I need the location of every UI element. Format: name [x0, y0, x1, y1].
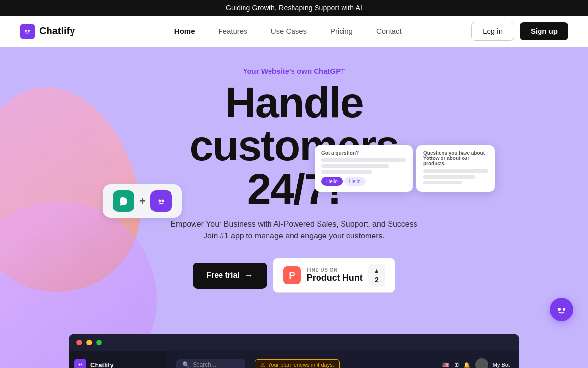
chat-line [423, 175, 475, 179]
chat-card-2: Questions you have about Yottow or about… [416, 145, 495, 192]
chat-line [423, 169, 488, 173]
svg-point-7 [558, 308, 561, 311]
chat-line [321, 164, 389, 168]
logo-icon [20, 24, 35, 39]
hero-description: Empower Your Business with AI-Powered Sa… [171, 218, 417, 242]
svg-point-4 [161, 200, 164, 202]
svg-point-6 [81, 364, 82, 365]
chat-bubble-2[interactable]: Hello [344, 177, 366, 186]
dashboard-right: 🇺🇸 ⊞ 🔔 My Bot [442, 358, 510, 368]
notice-text: Your plan renews in 4 days. [268, 362, 334, 368]
nav-actions: Log in Sign up [471, 22, 568, 41]
dashboard-titlebar [69, 334, 519, 351]
product-hunt-logo: P [283, 266, 301, 284]
hero-subtitle: Your Website's own ChatGPT [171, 67, 417, 75]
logo[interactable]: Chatlify [20, 24, 75, 39]
chat-line [321, 158, 406, 162]
bell-icon: 🔔 [464, 362, 470, 368]
dashboard-sidebar: Chatlify [69, 351, 167, 368]
nav-pricing[interactable]: Pricing [330, 27, 353, 35]
integration-pill: + [103, 184, 182, 218]
bot-name: My Bot [493, 362, 510, 368]
dashboard-notice: ⚠ Your plan renews in 4 days. [255, 359, 340, 368]
login-button[interactable]: Log in [471, 22, 514, 41]
flag-icon: 🇺🇸 [442, 362, 449, 368]
warning-icon: ⚠ [260, 362, 265, 368]
search-icon: 🔍 [182, 361, 190, 368]
chat-card-header: Got a question? [321, 150, 406, 156]
ph-upvote[interactable]: ▲ 2 [368, 264, 385, 287]
dashboard-body: Chatlify 🔍 Search... ⚠ Your plan renews … [69, 351, 519, 368]
dashboard-preview: Chatlify 🔍 Search... ⚠ Your plan renews … [69, 334, 519, 368]
nav-home[interactable]: Home [174, 27, 195, 35]
dashboard-brand: Chatlify [90, 361, 114, 368]
svg-point-8 [563, 308, 565, 311]
free-trial-button[interactable]: Free trial → [193, 263, 267, 289]
nav-use-cases[interactable]: Use Cases [271, 27, 307, 35]
search-placeholder: Search... [193, 361, 216, 368]
signup-button[interactable]: Sign up [520, 22, 568, 40]
ph-count: 2 [375, 276, 379, 284]
plus-sign: + [139, 195, 146, 208]
hero-desc-line1: Empower Your Business with AI-Powered Sa… [171, 220, 417, 228]
banner-text: Guiding Growth, Reshaping Support with A… [226, 4, 362, 12]
window-maximize-dot [96, 340, 102, 345]
svg-point-3 [158, 200, 161, 202]
navigation: Chatlify Home Features Use Cases Pricing… [0, 16, 588, 47]
logo-text: Chatlify [39, 26, 75, 37]
svg-point-1 [25, 30, 27, 32]
hero-section: + Got a question? Hello Hello Questions … [0, 47, 588, 368]
dashboard-logo [74, 359, 86, 368]
chat-buttons: Hello Hello [321, 177, 406, 186]
chat-line [423, 181, 462, 184]
ph-name: Product Hunt [307, 273, 363, 283]
cta-row: Free trial → P FIND US ON Product Hunt ▲… [171, 258, 417, 293]
chat-bubble-1[interactable]: Hello [321, 177, 343, 186]
svg-point-0 [23, 27, 32, 36]
chat-preview: Got a question? Hello Hello Questions yo… [315, 145, 495, 192]
announcement-banner: Guiding Growth, Reshaping Support with A… [0, 0, 588, 16]
hero-desc-line2: Join #1 app to manage and engage your cu… [203, 232, 385, 240]
chat-card-1: Got a question? Hello Hello [315, 145, 413, 192]
dashboard-search[interactable]: 🔍 Search... [176, 359, 245, 368]
nav-contact[interactable]: Contact [376, 27, 402, 35]
dashboard-main: 🔍 Search... ⚠ Your plan renews in 4 days… [167, 351, 519, 368]
chatgpt-icon [113, 190, 134, 212]
chatlify-icon [150, 190, 172, 212]
chat-card2-header: Questions you have about Yottow or about… [423, 150, 488, 166]
grid-icon: ⊞ [454, 362, 459, 368]
product-hunt-button[interactable]: P FIND US ON Product Hunt ▲ 2 [273, 258, 395, 293]
nav-features[interactable]: Features [219, 27, 247, 35]
free-trial-label: Free trial [206, 271, 240, 280]
floating-chat-widget[interactable] [550, 298, 573, 321]
hero-title-line1: Handle [225, 78, 363, 127]
chat-line [321, 170, 372, 174]
arrow-icon: → [245, 270, 253, 281]
user-avatar [475, 358, 488, 368]
svg-point-5 [79, 364, 80, 365]
upvote-arrow-icon: ▲ [373, 267, 380, 275]
ph-find-us: FIND US ON [307, 267, 338, 273]
svg-point-2 [28, 30, 30, 32]
nav-links: Home Features Use Cases Pricing Contact [104, 27, 471, 35]
window-close-dot [76, 340, 82, 345]
window-minimize-dot [86, 340, 92, 345]
product-hunt-text: FIND US ON Product Hunt [307, 267, 363, 283]
